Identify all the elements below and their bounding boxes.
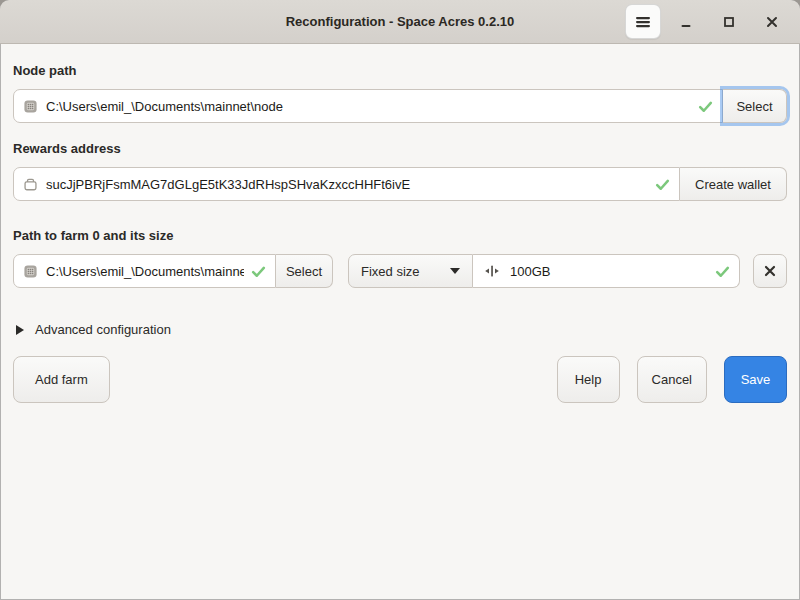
cancel-button[interactable]: Cancel bbox=[637, 356, 707, 403]
node-path-label: Node path bbox=[13, 63, 787, 79]
rewards-address-input[interactable]: sucJjPBRjFsmMAG7dGLgE5tK33JdRHspSHvaKzxc… bbox=[13, 167, 680, 201]
rewards-address-value: sucJjPBRjFsmMAG7dGLgE5tK33JdRHspSHvaKzxc… bbox=[46, 177, 648, 192]
farm-path-value: C:\Users\emil_\Documents\mainnet\farm bbox=[46, 264, 244, 279]
node-path-input[interactable]: C:\Users\emil_\Documents\mainnet\node bbox=[13, 89, 723, 123]
rewards-address-row: sucJjPBRjFsmMAG7dGLgE5tK33JdRHspSHvaKzxc… bbox=[13, 167, 787, 201]
rewards-address-label: Rewards address bbox=[13, 141, 787, 157]
farm-path-select-button[interactable]: Select bbox=[276, 254, 333, 288]
x-icon bbox=[764, 265, 776, 277]
resize-horizontal-icon bbox=[482, 264, 502, 278]
titlebar: Reconfiguration - Space Acres 0.2.10 bbox=[0, 0, 800, 44]
node-path-select-button[interactable]: Select bbox=[723, 89, 787, 123]
create-wallet-button[interactable]: Create wallet bbox=[680, 167, 787, 201]
maximize-button[interactable] bbox=[711, 4, 747, 40]
dialog-buttons: Help Cancel Save bbox=[557, 356, 787, 403]
titlebar-controls bbox=[625, 0, 790, 43]
green-check-icon bbox=[714, 263, 731, 280]
drive-icon bbox=[23, 99, 38, 114]
hamburger-icon bbox=[635, 14, 651, 30]
close-button[interactable] bbox=[754, 4, 790, 40]
advanced-configuration-expander[interactable]: Advanced configuration bbox=[13, 322, 171, 337]
remove-farm-button[interactable] bbox=[753, 254, 787, 288]
node-path-row: C:\Users\emil_\Documents\mainnet\node Se… bbox=[13, 89, 787, 123]
farm-label: Path to farm 0 and its size bbox=[13, 228, 787, 244]
app-window: Reconfiguration - Space Acres 0.2.10 bbox=[0, 0, 800, 600]
expander-arrow-icon bbox=[16, 325, 24, 335]
farm-size-mode-dropdown[interactable]: Fixed size bbox=[348, 254, 473, 288]
green-check-icon bbox=[654, 176, 671, 193]
farm-row: C:\Users\emil_\Documents\mainnet\farm Se… bbox=[13, 254, 787, 288]
wallet-icon bbox=[23, 177, 38, 192]
green-check-icon bbox=[697, 98, 714, 115]
farm-path-input[interactable]: C:\Users\emil_\Documents\mainnet\farm bbox=[13, 254, 276, 288]
menu-button[interactable] bbox=[625, 4, 661, 39]
farm-size-value: 100GB bbox=[510, 264, 708, 279]
help-button[interactable]: Help bbox=[557, 356, 620, 403]
advanced-configuration-label: Advanced configuration bbox=[35, 322, 171, 337]
add-farm-button[interactable]: Add farm bbox=[13, 356, 110, 403]
green-check-icon bbox=[250, 263, 267, 280]
farm-size-input[interactable]: 100GB bbox=[473, 254, 740, 288]
main-content: Node path C:\Users\emil_\Documents\mainn… bbox=[0, 63, 800, 403]
chevron-down-icon bbox=[450, 268, 460, 274]
minimize-button[interactable] bbox=[668, 4, 704, 40]
save-button[interactable]: Save bbox=[724, 356, 787, 403]
close-icon bbox=[765, 15, 779, 29]
node-path-value: C:\Users\emil_\Documents\mainnet\node bbox=[46, 99, 691, 114]
minimize-icon bbox=[679, 15, 693, 29]
farm-size-mode-value: Fixed size bbox=[361, 264, 420, 279]
maximize-icon bbox=[722, 15, 736, 29]
drive-icon bbox=[23, 264, 38, 279]
window-title: Reconfiguration - Space Acres 0.2.10 bbox=[286, 14, 515, 29]
footer-actions: Add farm Help Cancel Save bbox=[13, 356, 787, 403]
